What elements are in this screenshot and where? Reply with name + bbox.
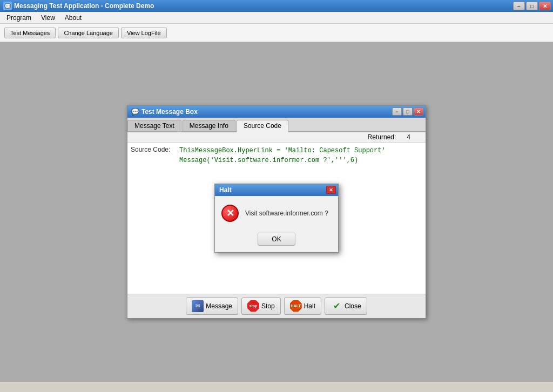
tab-source-code[interactable]: Source Code [237,120,288,132]
test-messages-button[interactable]: Test Messages [4,28,56,38]
stop-button-label: Stop [261,302,275,310]
tab-bar: Message Text Message Info Source Code [127,118,426,132]
close-inner-button[interactable]: ✔ Close [325,298,367,315]
return-bar: Returned: 4 [127,132,426,143]
title-bar: 💬 Messaging Test Application - Complete … [0,0,553,12]
halt-body: ✕ Visit software.informer.com ? [215,196,338,231]
menu-bar: Program View About [0,12,553,24]
inner-window-title: Test Message Box [141,108,198,116]
halt-ok-button[interactable]: OK [258,233,295,246]
returned-value: 4 [407,133,410,141]
test-message-box-window: 💬 Test Message Box − □ ✕ Message Text Me… [127,105,426,319]
halt-message-text: Visit software.informer.com ? [245,209,328,217]
inner-title-controls: − □ ✕ [392,107,423,116]
halt-footer: OK [215,231,338,252]
view-logfile-button[interactable]: View LogFile [121,28,167,38]
menu-item-view[interactable]: View [37,13,59,23]
inner-close-button[interactable]: ✕ [414,107,423,116]
app-title: Messaging Test Application - Complete De… [14,2,154,10]
close-button-label: Close [345,302,361,310]
returned-label: Returned: [368,133,396,141]
inner-maximize-button[interactable]: □ [403,107,413,116]
inner-title-bar: 💬 Test Message Box − □ ✕ [127,106,426,118]
change-language-button[interactable]: Change Language [58,28,119,38]
tab-message-text[interactable]: Message Text [127,120,181,131]
halt-icon: HALT [290,300,302,312]
halt-dialog-title: Halt [219,186,232,194]
menu-item-program[interactable]: Program [2,13,36,23]
inner-minimize-button[interactable]: − [392,107,402,116]
tab-message-info[interactable]: Message Info [183,120,235,131]
message-icon: ✉ [192,300,204,312]
minimize-button[interactable]: − [513,2,525,10]
inner-toolbar: ✉ Message stop Stop HALT Halt ✔ Close [127,294,426,318]
status-bar [0,381,553,392]
inner-window-icon: 💬 [131,107,139,116]
close-check-icon: ✔ [331,300,342,312]
message-button-label: Message [206,302,232,310]
app-icon-symbol: 💬 [4,3,11,9]
main-body: 💬 Test Message Box − □ ✕ Message Text Me… [0,42,553,381]
stop-button[interactable]: stop Stop [241,298,281,315]
halt-button[interactable]: HALT Halt [284,298,321,315]
close-button[interactable]: ✕ [539,2,551,10]
stop-icon: stop [247,300,259,312]
maximize-button[interactable]: □ [526,2,538,10]
message-button[interactable]: ✉ Message [186,298,238,315]
halt-modal-overlay: Halt ✕ ✕ Visit software.informer.com ? O… [127,143,426,294]
halt-dialog: Halt ✕ ✕ Visit software.informer.com ? O… [214,184,339,253]
halt-button-label: Halt [304,302,315,310]
main-toolbar: Test Messages Change Language View LogFi… [0,24,553,42]
halt-title-bar: Halt ✕ [215,184,338,196]
halt-close-button[interactable]: ✕ [326,186,336,194]
app-icon: 💬 [3,2,12,10]
title-bar-controls: − □ ✕ [513,2,551,10]
error-icon: ✕ [221,205,239,222]
source-code-area: Source Code: ThisMessageBox.HyperLink = … [127,143,426,294]
inner-title-left: 💬 Test Message Box [131,107,198,116]
menu-item-about[interactable]: About [60,13,86,23]
title-bar-left: 💬 Messaging Test Application - Complete … [3,2,154,10]
